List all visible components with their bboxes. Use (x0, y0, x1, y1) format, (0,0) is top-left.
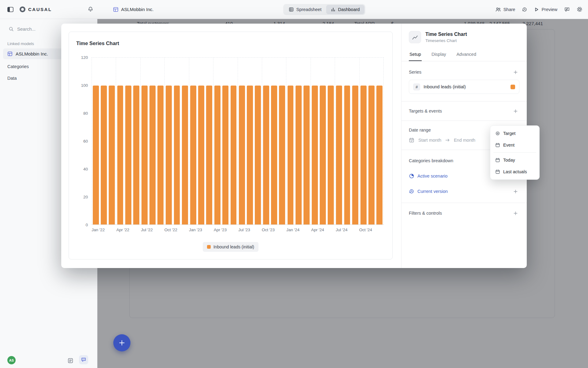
add-target-event-button[interactable] (511, 107, 519, 115)
chart-bar (263, 86, 269, 224)
causal-logo[interactable]: CAUSAL (20, 6, 52, 12)
chart-card: Time Series Chart 020406080100120 Jan '2… (69, 32, 393, 259)
series-color-swatch[interactable] (511, 85, 515, 89)
changelog-icon[interactable] (67, 358, 74, 364)
divider (401, 101, 527, 102)
search-placeholder: Search... (17, 26, 36, 32)
chart-bar (166, 86, 172, 224)
targets-section-header: Targets & events (409, 107, 519, 115)
active-scenario-link[interactable]: Active scenario (409, 173, 447, 179)
chart-bar-slot (238, 58, 246, 224)
start-month-field[interactable]: Start month (418, 138, 441, 143)
chart-bar-slot (205, 58, 213, 224)
x-tick-label: Jul '23 (238, 228, 250, 233)
chart-bar (206, 86, 212, 224)
panel-header: Time Series Chart Timeseries Chart (409, 31, 519, 43)
dropdown-item-target[interactable]: Target (492, 128, 537, 139)
chart-bar-slot (124, 58, 132, 224)
add-fab-button[interactable] (113, 334, 130, 351)
chart-bar (109, 86, 115, 224)
dashboard-tab[interactable]: Dashboard (326, 5, 364, 14)
x-tick-label: Oct '23 (262, 228, 275, 233)
x-tick-label (378, 228, 384, 233)
dashboard-tab-label: Dashboard (338, 7, 360, 12)
chart-bar (303, 86, 310, 224)
dropdown-item-label: Event (503, 143, 514, 148)
chart-bar (368, 86, 375, 224)
dropdown-item-today[interactable]: Today (492, 154, 537, 166)
chart-bar-slot (149, 58, 156, 224)
settings-gear-icon[interactable] (577, 6, 582, 12)
x-tick-label (111, 228, 116, 233)
chart-bar-slot (100, 58, 108, 224)
user-avatar[interactable]: AS (7, 356, 16, 364)
chart-bar (157, 86, 164, 224)
chart-bar-slot (375, 58, 383, 224)
x-tick-label (348, 228, 353, 233)
share-button[interactable]: Share (495, 7, 515, 12)
chart-legend: Inbound leads (initial) (69, 242, 392, 252)
tab-display[interactable]: Display (431, 49, 447, 61)
chart-bar (101, 86, 107, 224)
chart-bar-slot (343, 58, 351, 224)
chart-bar-slot (351, 58, 359, 224)
x-tick-label: Jan '24 (286, 228, 300, 233)
view-toggle: Spreadsheet Dashboard (283, 4, 365, 15)
chart-bar-slot (368, 58, 375, 224)
linked-model-label: ASLMobbin Inc. (16, 51, 48, 56)
chart-bar (182, 86, 188, 224)
chart-bar (360, 86, 367, 224)
y-tick-label: 120 (81, 55, 88, 59)
y-tick-label: 100 (81, 83, 88, 87)
dropdown-item-event[interactable]: Event (492, 139, 537, 151)
x-tick-label (353, 228, 359, 233)
divider (401, 121, 527, 121)
add-current-version-button[interactable] (511, 187, 519, 195)
add-filter-button[interactable] (511, 209, 519, 217)
x-tick-label (324, 228, 330, 233)
targets-label: Targets & events (409, 109, 442, 113)
support-chat-icon[interactable] (79, 355, 88, 364)
panel-tabs: Setup Display Advanced (401, 49, 527, 61)
current-version-row: Current version (409, 187, 519, 195)
x-tick-label (300, 228, 305, 233)
tab-setup[interactable]: Setup (409, 49, 422, 61)
chart-bar-slot (92, 58, 100, 224)
panel-subtitle: Timeseries Chart (425, 38, 467, 43)
sidebar-toggle-icon[interactable] (7, 7, 13, 12)
chart-bar (141, 86, 148, 224)
end-month-field[interactable]: End month (454, 138, 475, 143)
current-version-link[interactable]: Current version (409, 189, 448, 194)
feedback-chat-icon[interactable] (564, 7, 570, 12)
preview-button[interactable]: Preview (534, 7, 557, 12)
dropdown-item-label: Last actuals (503, 169, 527, 174)
chart-bar-slot (197, 58, 205, 224)
chart-bar-slot (140, 58, 149, 224)
y-tick-label: 20 (83, 195, 88, 199)
notifications-bell-icon[interactable] (88, 6, 93, 12)
document-title-group[interactable]: ASLMobbin Inc. (113, 7, 154, 12)
chart-title: Time Series Chart (76, 40, 119, 46)
topbar-actions: Share Preview (495, 6, 582, 12)
chart-bar (174, 86, 180, 224)
chart-editor-modal: Time Series Chart 020406080100120 Jan '2… (61, 24, 527, 268)
series-row-inbound-leads[interactable]: # Inbound leads (initial) (409, 80, 519, 94)
spreadsheet-tab[interactable]: Spreadsheet (284, 5, 326, 14)
dropdown-item-last-actuals[interactable]: Last actuals (492, 166, 537, 178)
dropdown-item-label: Target (503, 131, 515, 136)
chart-bar-slot (173, 58, 181, 224)
linked-model-icon (7, 51, 13, 56)
legend-item[interactable]: Inbound leads (initial) (203, 242, 258, 252)
x-tick-label: Oct '22 (164, 228, 177, 233)
chart-bar-slot (181, 58, 189, 224)
filters-section-header: Filters & controls (409, 209, 519, 217)
x-tick-label (372, 228, 378, 233)
active-scenario-label: Active scenario (417, 174, 447, 178)
tab-advanced[interactable]: Advanced (456, 49, 477, 61)
history-icon[interactable] (522, 7, 527, 12)
series-label: Series (409, 70, 421, 75)
chart-bar (352, 86, 358, 224)
x-tick-label: Apr '24 (311, 228, 324, 233)
chart-bar-slot (116, 58, 124, 224)
add-series-button[interactable] (511, 68, 519, 76)
